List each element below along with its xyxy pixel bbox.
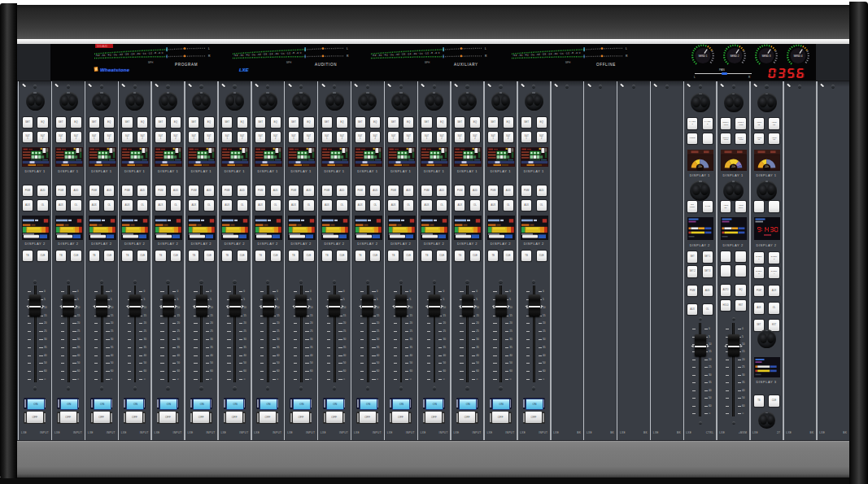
svg-text:L: L	[626, 47, 627, 50]
svg-text:SEND 2: SEND 2	[730, 55, 739, 58]
svg-text:AUXILIARY: AUXILIARY	[454, 63, 478, 67]
svg-text:AUDITION: AUDITION	[315, 63, 337, 67]
svg-text:SEND 4: SEND 4	[793, 55, 802, 58]
svg-text:R: R	[347, 55, 349, 58]
svg-text:MPH: MPH	[148, 61, 153, 64]
svg-text:-52 -46 -40 -36 -32 -28 -24 -2: -52 -46 -40 -36 -32 -28 -24 -20 -16 -12 …	[95, 51, 164, 58]
svg-text:L: L	[485, 47, 486, 50]
svg-text:J0h: J0h	[731, 165, 735, 168]
svg-text:J0h: J0h	[765, 165, 769, 168]
svg-text:SEND 1: SEND 1	[698, 55, 707, 58]
svg-text:OFFLINE: OFFLINE	[596, 63, 616, 67]
svg-text:L: L	[347, 47, 348, 50]
svg-text:SEND 3: SEND 3	[761, 55, 770, 58]
svg-text:-52 -46 -40 -36 -32 -28 -24 -2: -52 -46 -40 -36 -32 -28 -24 -20 -16 -12 …	[513, 51, 581, 58]
svg-text:L: L	[208, 47, 210, 50]
svg-text:PROGRAM: PROGRAM	[175, 63, 198, 67]
svg-text:R: R	[208, 55, 211, 58]
svg-text:Wheatstone: Wheatstone	[100, 68, 129, 72]
svg-text:J0h: J0h	[698, 165, 702, 168]
svg-text:R: R	[485, 55, 487, 58]
svg-text:R: R	[626, 55, 628, 58]
svg-text:MPH: MPH	[286, 61, 291, 64]
svg-text:-52 -46 -40 -36 -32 -28 -24 -2: -52 -46 -40 -36 -32 -28 -24 -20 -16 -12 …	[233, 51, 302, 58]
svg-text:-52 -46 -40 -36 -32 -28 -24 -2: -52 -46 -40 -36 -32 -28 -24 -20 -16 -12 …	[372, 51, 440, 58]
svg-text:MPH: MPH	[425, 61, 430, 64]
svg-text:MPH: MPH	[565, 61, 570, 64]
